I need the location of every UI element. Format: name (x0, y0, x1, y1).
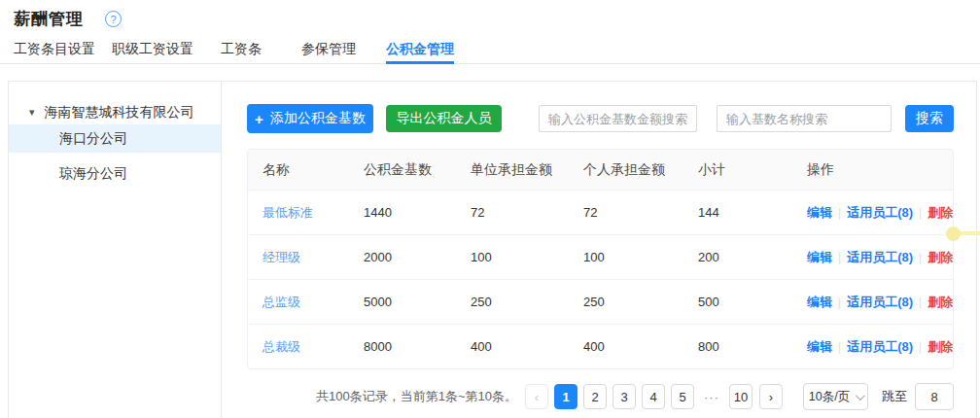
tree-node-company[interactable]: ▾ 海南智慧城科技有限公司 (9, 100, 221, 124)
base-name-search-input[interactable] (717, 105, 892, 132)
pagination-bar: 共100条记录，当前第1条~第10条。 ‹ 1 2 3 4 5 ··· 10 ›… (247, 383, 954, 410)
applicable-employees-link[interactable]: 适用员工(8) (847, 338, 913, 356)
col-header-personal-amount: 个人承担金额 (583, 161, 698, 179)
table-row: 经理级 2000 100 100 200 编辑 | 适用员工(8) | 删除 (248, 234, 953, 279)
action-separator: | (838, 340, 841, 354)
action-separator: | (919, 340, 922, 354)
caret-down-icon[interactable]: ▾ (29, 106, 35, 119)
col-header-name: 名称 (248, 161, 364, 179)
page-size-select[interactable]: 10条/页 (803, 383, 868, 410)
row-subtotal: 800 (698, 339, 807, 354)
next-page-button[interactable]: › (759, 384, 783, 409)
action-separator: | (919, 206, 922, 220)
table-row: 最低标准 1440 72 72 144 编辑 | 适用员工(8) | 删除 (248, 190, 953, 234)
applicable-employees-link[interactable]: 适用员工(8) (847, 204, 913, 222)
row-name-link[interactable]: 总裁级 (248, 338, 364, 356)
page-button-5[interactable]: 5 (671, 384, 694, 409)
row-fund-base: 5000 (364, 295, 471, 309)
tab-provident-fund-management[interactable]: 公积金管理 (386, 33, 454, 64)
tab-salary-item-settings[interactable]: 工资条目设置 (14, 33, 95, 64)
prev-page-button[interactable]: ‹ (525, 384, 548, 409)
applicable-employees-link[interactable]: 适用员工(8) (847, 249, 913, 266)
edit-link[interactable]: 编辑 (807, 294, 832, 311)
page-button-3[interactable]: 3 (612, 384, 636, 409)
col-header-fund-base: 公积金基数 (364, 161, 471, 179)
row-subtotal: 144 (698, 205, 807, 220)
table-row: 总裁级 8000 400 400 800 编辑 | 适用员工(8) | 删除 (248, 324, 953, 368)
row-actions: 编辑 | 适用员工(8) | 删除 (807, 249, 953, 266)
annotation-marker-dot (946, 226, 961, 241)
row-company-amount: 72 (471, 205, 583, 220)
fund-base-table: 名称 公积金基数 单位承担金额 个人承担金额 小计 操作 最低标准 1440 7… (247, 149, 954, 369)
add-fund-base-button[interactable]: + 添加公积金基数 (247, 104, 373, 133)
row-fund-base: 8000 (364, 339, 471, 354)
pagination-summary: 共100条记录，当前第1条~第10条。 (316, 388, 517, 405)
page-button-1[interactable]: 1 (554, 384, 578, 409)
row-personal-amount: 250 (583, 295, 698, 309)
edit-link[interactable]: 编辑 (807, 249, 832, 266)
applicable-employees-link[interactable]: 适用员工(8) (847, 294, 913, 311)
table-header-row: 名称 公积金基数 单位承担金额 个人承担金额 小计 操作 (248, 150, 953, 190)
row-name-link[interactable]: 经理级 (248, 249, 364, 266)
col-header-subtotal: 小计 (698, 161, 807, 179)
content-card: ▾ 海南智慧城科技有限公司 海口分公司 琼海分公司 + 添加公积金基数 导出公积… (8, 81, 977, 418)
action-separator: | (838, 251, 841, 264)
row-company-amount: 100 (471, 250, 583, 264)
row-personal-amount: 72 (583, 205, 698, 220)
action-separator: | (919, 251, 922, 264)
row-personal-amount: 400 (583, 339, 698, 354)
payroll-management-page: 薪酬管理 ? 工资条目设置 职级工资设置 工资条 参保管理 公积金管理 ▾ 海南… (0, 0, 980, 418)
company-tree-sidebar: ▾ 海南智慧城科技有限公司 海口分公司 琼海分公司 (9, 82, 222, 418)
action-separator: | (919, 296, 922, 309)
table-row: 总监级 5000 250 250 500 编辑 | 适用员工(8) | 删除 (248, 279, 953, 324)
page-button-4[interactable]: 4 (642, 384, 665, 409)
add-fund-base-label: 添加公积金基数 (270, 110, 366, 127)
action-separator: | (838, 296, 841, 309)
row-name-link[interactable]: 总监级 (248, 294, 364, 311)
row-name-link[interactable]: 最低标准 (248, 204, 364, 222)
delete-link[interactable]: 删除 (928, 249, 953, 266)
row-personal-amount: 100 (583, 250, 698, 264)
tab-insurance-management[interactable]: 参保管理 (301, 33, 356, 64)
plus-icon: + (255, 111, 263, 127)
tree-node-branch-haikou[interactable]: 海口分公司 (9, 124, 221, 153)
row-subtotal: 500 (698, 295, 807, 309)
tab-grade-salary-settings[interactable]: 职级工资设置 (112, 33, 193, 64)
row-actions: 编辑 | 适用员工(8) | 删除 (807, 294, 953, 311)
delete-link[interactable]: 删除 (928, 294, 953, 311)
page-header: 薪酬管理 ? (14, 8, 122, 30)
jump-page-input[interactable] (915, 383, 954, 410)
tree-company-label: 海南智慧城科技有限公司 (45, 104, 194, 122)
search-button[interactable]: 搜索 (905, 105, 954, 132)
page-button-2[interactable]: 2 (583, 384, 607, 409)
delete-link[interactable]: 删除 (928, 204, 953, 222)
page-size-value: 10条/页 (809, 389, 850, 405)
row-subtotal: 200 (698, 250, 807, 264)
toolbar: + 添加公积金基数 导出公积金人员 搜索 (247, 104, 954, 133)
row-fund-base: 2000 (364, 250, 471, 264)
row-company-amount: 400 (471, 339, 583, 354)
action-separator: | (838, 206, 841, 220)
chevron-down-icon (856, 391, 865, 401)
export-fund-staff-button[interactable]: 导出公积金人员 (386, 105, 502, 132)
tree-node-branch-qionghai[interactable]: 琼海分公司 (9, 159, 221, 188)
page-title: 薪酬管理 (14, 8, 84, 30)
edit-link[interactable]: 编辑 (807, 204, 832, 222)
col-header-company-amount: 单位承担金额 (471, 161, 583, 179)
row-fund-base: 1440 (364, 205, 471, 220)
row-actions: 编辑 | 适用员工(8) | 删除 (807, 338, 953, 356)
delete-link[interactable]: 删除 (928, 338, 953, 356)
edit-link[interactable]: 编辑 (807, 338, 832, 356)
tab-payslip[interactable]: 工资条 (221, 33, 262, 64)
row-actions: 编辑 | 适用员工(8) | 删除 (807, 204, 953, 222)
page-ellipsis: ··· (700, 390, 723, 404)
main-panel: + 添加公积金基数 导出公积金人员 搜索 名称 公积金基数 单位承担金额 个人承… (247, 82, 954, 410)
company-tree: ▾ 海南智慧城科技有限公司 海口分公司 琼海分公司 (9, 82, 221, 188)
fund-amount-search-input[interactable] (539, 105, 697, 132)
jump-to-label: 跳至 (882, 388, 907, 405)
col-header-actions: 操作 (807, 161, 953, 179)
page-button-10[interactable]: 10 (729, 384, 752, 409)
row-company-amount: 250 (471, 295, 583, 309)
tabbar: 工资条目设置 职级工资设置 工资条 参保管理 公积金管理 (0, 33, 980, 64)
help-icon[interactable]: ? (105, 11, 122, 27)
